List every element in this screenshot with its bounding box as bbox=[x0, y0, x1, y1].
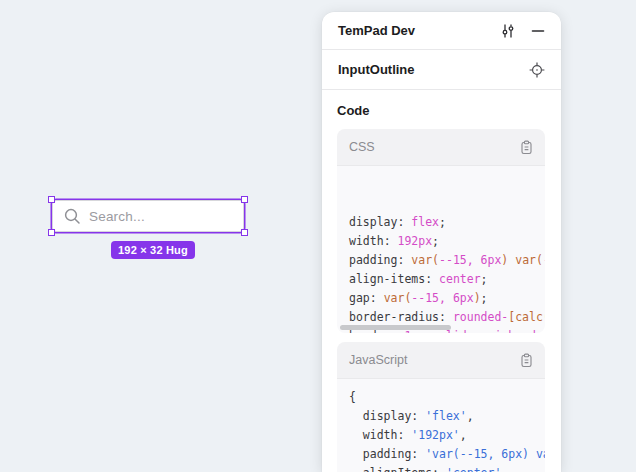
javascript-block-header: JavaScript bbox=[337, 342, 545, 379]
plugin-header: TemPad Dev bbox=[322, 12, 561, 49]
sliders-icon bbox=[500, 23, 516, 39]
magnifier-icon bbox=[64, 208, 81, 225]
locate-component-button[interactable] bbox=[528, 61, 546, 79]
size-badge: 192 × 32 Hug bbox=[111, 241, 195, 259]
css-code-area[interactable]: display: flex;width: 192px;padding: var(… bbox=[337, 166, 545, 333]
code-line: width: '192px', bbox=[349, 426, 545, 445]
minimize-button[interactable] bbox=[529, 22, 547, 40]
javascript-code-block: JavaScript { display: 'flex', width: '19… bbox=[337, 342, 545, 472]
crosshair-target-icon bbox=[529, 62, 545, 78]
selection-handle-bottom-left[interactable] bbox=[48, 229, 55, 236]
code-line: width: 192px; bbox=[349, 232, 545, 251]
minus-icon bbox=[531, 24, 545, 38]
selection-handle-top-right[interactable] bbox=[241, 196, 248, 203]
code-line: padding: 'var(--15, 6px) var(--25, 8px)'… bbox=[349, 445, 545, 464]
code-line: display: 'flex', bbox=[349, 407, 545, 426]
copy-javascript-button[interactable] bbox=[517, 351, 535, 369]
code-line: alignItems: 'center', bbox=[349, 464, 545, 472]
clipboard-icon bbox=[519, 353, 534, 368]
search-input-component[interactable]: Search... bbox=[52, 200, 244, 232]
selected-component-row: InputOutline bbox=[322, 50, 561, 89]
code-line: gap: var(--15, 6px); bbox=[349, 289, 545, 308]
tempad-dev-plugin-panel: TemPad Dev bbox=[322, 12, 561, 472]
plugin-title: TemPad Dev bbox=[338, 23, 499, 38]
javascript-block-label: JavaScript bbox=[349, 353, 517, 367]
code-section-label: Code bbox=[337, 103, 545, 118]
selected-component-name: InputOutline bbox=[338, 62, 528, 77]
css-code-block: CSS display: flex;width: 192px;padding: … bbox=[337, 129, 545, 333]
css-block-label: CSS bbox=[349, 140, 517, 154]
code-line: { bbox=[349, 388, 545, 407]
javascript-code-area[interactable]: { display: 'flex', width: '192px', paddi… bbox=[337, 379, 545, 472]
selection-handle-top-left[interactable] bbox=[48, 196, 55, 203]
clipboard-icon bbox=[519, 140, 534, 155]
code-line: align-items: center; bbox=[349, 270, 545, 289]
code-line: padding: var(--15, 6px) var(--25, 8px); bbox=[349, 251, 545, 270]
panel-body: Code CSS display: flex;wid bbox=[322, 90, 561, 472]
search-placeholder: Search... bbox=[89, 209, 145, 224]
selection-handle-bottom-right[interactable] bbox=[241, 229, 248, 236]
copy-css-button[interactable] bbox=[517, 138, 535, 156]
code-line: display: flex; bbox=[349, 213, 545, 232]
preferences-button[interactable] bbox=[499, 22, 517, 40]
css-block-header: CSS bbox=[337, 129, 545, 166]
horizontal-scrollbar[interactable] bbox=[340, 325, 451, 330]
